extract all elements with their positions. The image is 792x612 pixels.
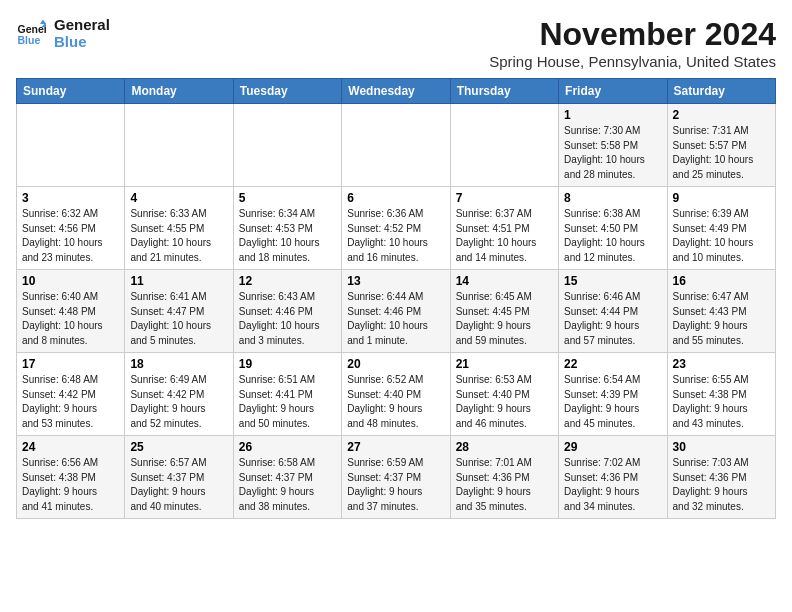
- day-number: 23: [673, 357, 770, 371]
- page-header: General Blue General Blue November 2024 …: [16, 16, 776, 70]
- location-title: Spring House, Pennsylvania, United State…: [489, 53, 776, 70]
- day-cell: 2Sunrise: 7:31 AM Sunset: 5:57 PM Daylig…: [667, 104, 775, 187]
- day-number: 22: [564, 357, 661, 371]
- day-header-thursday: Thursday: [450, 79, 558, 104]
- day-number: 19: [239, 357, 336, 371]
- title-area: November 2024 Spring House, Pennsylvania…: [489, 16, 776, 70]
- day-cell: 1Sunrise: 7:30 AM Sunset: 5:58 PM Daylig…: [559, 104, 667, 187]
- day-cell: 25Sunrise: 6:57 AM Sunset: 4:37 PM Dayli…: [125, 436, 233, 519]
- day-header-sunday: Sunday: [17, 79, 125, 104]
- day-number: 28: [456, 440, 553, 454]
- day-number: 17: [22, 357, 119, 371]
- day-info: Sunrise: 6:49 AM Sunset: 4:42 PM Dayligh…: [130, 373, 227, 431]
- day-number: 29: [564, 440, 661, 454]
- day-number: 8: [564, 191, 661, 205]
- day-number: 21: [456, 357, 553, 371]
- day-info: Sunrise: 6:37 AM Sunset: 4:51 PM Dayligh…: [456, 207, 553, 265]
- week-row-5: 24Sunrise: 6:56 AM Sunset: 4:38 PM Dayli…: [17, 436, 776, 519]
- day-cell: 20Sunrise: 6:52 AM Sunset: 4:40 PM Dayli…: [342, 353, 450, 436]
- day-info: Sunrise: 7:30 AM Sunset: 5:58 PM Dayligh…: [564, 124, 661, 182]
- day-number: 12: [239, 274, 336, 288]
- day-number: 7: [456, 191, 553, 205]
- day-cell: 8Sunrise: 6:38 AM Sunset: 4:50 PM Daylig…: [559, 187, 667, 270]
- day-cell: 26Sunrise: 6:58 AM Sunset: 4:37 PM Dayli…: [233, 436, 341, 519]
- day-number: 2: [673, 108, 770, 122]
- day-info: Sunrise: 6:59 AM Sunset: 4:37 PM Dayligh…: [347, 456, 444, 514]
- day-cell: 7Sunrise: 6:37 AM Sunset: 4:51 PM Daylig…: [450, 187, 558, 270]
- day-info: Sunrise: 6:53 AM Sunset: 4:40 PM Dayligh…: [456, 373, 553, 431]
- day-cell: 10Sunrise: 6:40 AM Sunset: 4:48 PM Dayli…: [17, 270, 125, 353]
- day-cell: 5Sunrise: 6:34 AM Sunset: 4:53 PM Daylig…: [233, 187, 341, 270]
- day-cell: 30Sunrise: 7:03 AM Sunset: 4:36 PM Dayli…: [667, 436, 775, 519]
- day-number: 14: [456, 274, 553, 288]
- day-info: Sunrise: 6:45 AM Sunset: 4:45 PM Dayligh…: [456, 290, 553, 348]
- day-number: 3: [22, 191, 119, 205]
- day-number: 1: [564, 108, 661, 122]
- day-cell: 12Sunrise: 6:43 AM Sunset: 4:46 PM Dayli…: [233, 270, 341, 353]
- day-number: 4: [130, 191, 227, 205]
- day-number: 13: [347, 274, 444, 288]
- day-info: Sunrise: 6:43 AM Sunset: 4:46 PM Dayligh…: [239, 290, 336, 348]
- day-cell: 16Sunrise: 6:47 AM Sunset: 4:43 PM Dayli…: [667, 270, 775, 353]
- day-cell: 27Sunrise: 6:59 AM Sunset: 4:37 PM Dayli…: [342, 436, 450, 519]
- day-header-friday: Friday: [559, 79, 667, 104]
- day-cell: [125, 104, 233, 187]
- day-cell: 18Sunrise: 6:49 AM Sunset: 4:42 PM Dayli…: [125, 353, 233, 436]
- logo-icon: General Blue: [16, 18, 46, 48]
- day-cell: 9Sunrise: 6:39 AM Sunset: 4:49 PM Daylig…: [667, 187, 775, 270]
- day-cell: [450, 104, 558, 187]
- day-cell: 19Sunrise: 6:51 AM Sunset: 4:41 PM Dayli…: [233, 353, 341, 436]
- day-cell: [342, 104, 450, 187]
- day-cell: 23Sunrise: 6:55 AM Sunset: 4:38 PM Dayli…: [667, 353, 775, 436]
- day-cell: [17, 104, 125, 187]
- day-number: 25: [130, 440, 227, 454]
- day-number: 10: [22, 274, 119, 288]
- day-cell: 13Sunrise: 6:44 AM Sunset: 4:46 PM Dayli…: [342, 270, 450, 353]
- day-cell: 21Sunrise: 6:53 AM Sunset: 4:40 PM Dayli…: [450, 353, 558, 436]
- day-header-saturday: Saturday: [667, 79, 775, 104]
- day-cell: 17Sunrise: 6:48 AM Sunset: 4:42 PM Dayli…: [17, 353, 125, 436]
- day-cell: 22Sunrise: 6:54 AM Sunset: 4:39 PM Dayli…: [559, 353, 667, 436]
- week-row-1: 1Sunrise: 7:30 AM Sunset: 5:58 PM Daylig…: [17, 104, 776, 187]
- day-header-tuesday: Tuesday: [233, 79, 341, 104]
- day-number: 30: [673, 440, 770, 454]
- day-info: Sunrise: 6:51 AM Sunset: 4:41 PM Dayligh…: [239, 373, 336, 431]
- day-number: 9: [673, 191, 770, 205]
- day-number: 16: [673, 274, 770, 288]
- day-header-wednesday: Wednesday: [342, 79, 450, 104]
- week-row-4: 17Sunrise: 6:48 AM Sunset: 4:42 PM Dayli…: [17, 353, 776, 436]
- week-row-2: 3Sunrise: 6:32 AM Sunset: 4:56 PM Daylig…: [17, 187, 776, 270]
- day-info: Sunrise: 6:39 AM Sunset: 4:49 PM Dayligh…: [673, 207, 770, 265]
- day-info: Sunrise: 6:57 AM Sunset: 4:37 PM Dayligh…: [130, 456, 227, 514]
- day-info: Sunrise: 6:36 AM Sunset: 4:52 PM Dayligh…: [347, 207, 444, 265]
- day-info: Sunrise: 6:46 AM Sunset: 4:44 PM Dayligh…: [564, 290, 661, 348]
- day-info: Sunrise: 6:56 AM Sunset: 4:38 PM Dayligh…: [22, 456, 119, 514]
- day-cell: 4Sunrise: 6:33 AM Sunset: 4:55 PM Daylig…: [125, 187, 233, 270]
- svg-marker-2: [40, 20, 46, 25]
- logo: General Blue General Blue: [16, 16, 110, 51]
- day-info: Sunrise: 6:55 AM Sunset: 4:38 PM Dayligh…: [673, 373, 770, 431]
- day-info: Sunrise: 7:31 AM Sunset: 5:57 PM Dayligh…: [673, 124, 770, 182]
- day-cell: [233, 104, 341, 187]
- day-number: 6: [347, 191, 444, 205]
- day-info: Sunrise: 6:34 AM Sunset: 4:53 PM Dayligh…: [239, 207, 336, 265]
- calendar-table: SundayMondayTuesdayWednesdayThursdayFrid…: [16, 78, 776, 519]
- logo-general: General: [54, 16, 110, 33]
- day-cell: 6Sunrise: 6:36 AM Sunset: 4:52 PM Daylig…: [342, 187, 450, 270]
- day-number: 24: [22, 440, 119, 454]
- day-cell: 11Sunrise: 6:41 AM Sunset: 4:47 PM Dayli…: [125, 270, 233, 353]
- day-info: Sunrise: 7:03 AM Sunset: 4:36 PM Dayligh…: [673, 456, 770, 514]
- week-row-3: 10Sunrise: 6:40 AM Sunset: 4:48 PM Dayli…: [17, 270, 776, 353]
- day-info: Sunrise: 6:47 AM Sunset: 4:43 PM Dayligh…: [673, 290, 770, 348]
- day-info: Sunrise: 6:48 AM Sunset: 4:42 PM Dayligh…: [22, 373, 119, 431]
- day-cell: 29Sunrise: 7:02 AM Sunset: 4:36 PM Dayli…: [559, 436, 667, 519]
- day-info: Sunrise: 6:52 AM Sunset: 4:40 PM Dayligh…: [347, 373, 444, 431]
- day-number: 11: [130, 274, 227, 288]
- day-info: Sunrise: 6:54 AM Sunset: 4:39 PM Dayligh…: [564, 373, 661, 431]
- day-info: Sunrise: 6:33 AM Sunset: 4:55 PM Dayligh…: [130, 207, 227, 265]
- day-info: Sunrise: 6:32 AM Sunset: 4:56 PM Dayligh…: [22, 207, 119, 265]
- day-info: Sunrise: 6:44 AM Sunset: 4:46 PM Dayligh…: [347, 290, 444, 348]
- logo-blue: Blue: [54, 33, 110, 50]
- month-title: November 2024: [489, 16, 776, 53]
- day-number: 20: [347, 357, 444, 371]
